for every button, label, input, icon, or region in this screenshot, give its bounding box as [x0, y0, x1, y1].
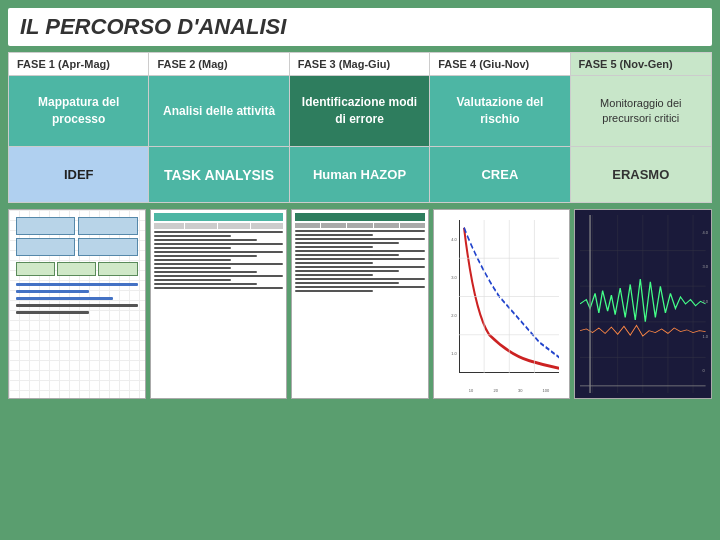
- phase1-header: FASE 1 (Apr-Mag): [9, 53, 149, 75]
- title-bar: IL PERCORSO D'ANALISI: [8, 8, 712, 46]
- phase-table: FASE 1 (Apr-Mag) FASE 2 (Mag) FASE 3 (Ma…: [8, 52, 712, 203]
- phase4-header: FASE 4 (Giu-Nov): [430, 53, 570, 75]
- thumb-hazop: [291, 209, 429, 399]
- thumbnails-section: 4.03.02.01.0 102030100: [8, 209, 712, 532]
- tool-row: IDEF TASK ANALYSIS Human HAZOP CREA ERAS…: [9, 147, 711, 202]
- phase5-header: FASE 5 (Nov-Gen): [571, 53, 711, 75]
- thumb-crea: 4.03.02.01.0 102030100: [433, 209, 571, 399]
- tool-cell-hazop: Human HAZOP: [290, 147, 430, 202]
- tool-cell-idef: IDEF: [9, 147, 149, 202]
- content-cell-3: Identificazione modi di errore: [290, 76, 430, 146]
- tool-cell-crea: CREA: [430, 147, 570, 202]
- main-container: IL PERCORSO D'ANALISI FASE 1 (Apr-Mag) F…: [0, 0, 720, 540]
- content-cell-1: Mappatura del processo: [9, 76, 149, 146]
- thumb-idef: [8, 209, 146, 399]
- content-cell-5: Monitoraggio dei precursori critici: [571, 76, 711, 146]
- thumb-erasmo: 4.03.02.01.00: [574, 209, 712, 399]
- tool-cell-erasmo: ERASMO: [571, 147, 711, 202]
- phase2-header: FASE 2 (Mag): [149, 53, 289, 75]
- phase3-header: FASE 3 (Mag-Giu): [290, 53, 430, 75]
- content-cell-2: Analisi delle attività: [149, 76, 289, 146]
- content-row-1: Mappatura del processo Analisi delle att…: [9, 76, 711, 147]
- page-title: IL PERCORSO D'ANALISI: [20, 14, 700, 40]
- tool-cell-task: TASK ANALYSIS: [149, 147, 289, 202]
- phase-header-row: FASE 1 (Apr-Mag) FASE 2 (Mag) FASE 3 (Ma…: [9, 53, 711, 76]
- content-cell-4: Valutazione del rischio: [430, 76, 570, 146]
- thumb-task: [150, 209, 288, 399]
- task-label: TASK ANALYSIS: [164, 167, 274, 183]
